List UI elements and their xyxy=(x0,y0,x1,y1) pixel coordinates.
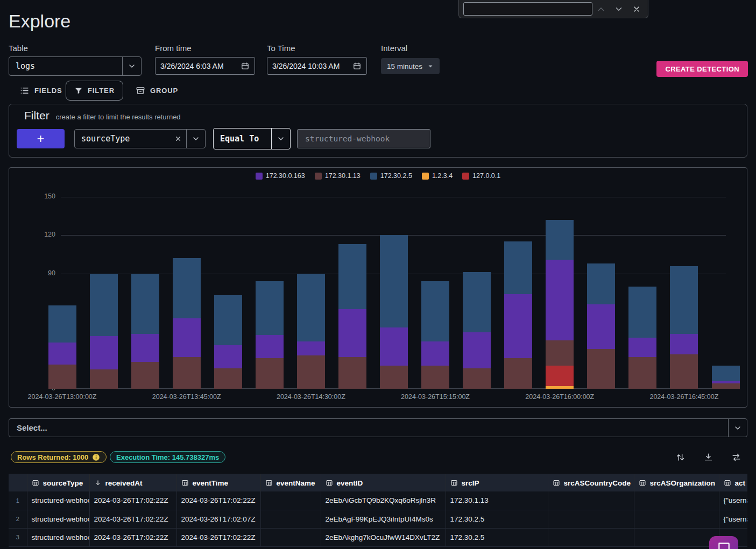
filter-panel-title: Filter xyxy=(24,109,50,122)
grid-icon xyxy=(265,479,273,487)
find-previous-button[interactable] xyxy=(594,2,608,16)
sort-button[interactable] xyxy=(670,450,690,465)
column-select[interactable]: Select... xyxy=(9,418,747,437)
column-select-placeholder: Select... xyxy=(9,423,47,432)
table-select-value: logs xyxy=(9,61,35,71)
filter-operator-select[interactable]: Equal To xyxy=(213,128,291,149)
column-select-controls xyxy=(728,419,747,437)
result-actions xyxy=(670,450,746,465)
column-header-srcascountrycode[interactable]: srcASCountryCode xyxy=(548,474,634,491)
table-row[interactable]: 2structured-webhook2024-03-26T17:02:22Z2… xyxy=(9,510,747,528)
add-filter-button[interactable]: + xyxy=(17,129,65,148)
filter-field-select[interactable]: sourceType xyxy=(74,129,206,148)
chat-widget-button[interactable] xyxy=(709,536,738,549)
from-time-input[interactable] xyxy=(160,62,241,70)
chevron-up-icon xyxy=(596,4,606,14)
group-button[interactable]: GROUP xyxy=(132,81,181,101)
filter-value-field xyxy=(297,129,430,148)
clear-filter-field-button[interactable] xyxy=(170,135,186,142)
bar-group xyxy=(249,197,290,389)
filter-value-input[interactable] xyxy=(304,134,423,144)
table-row[interactable]: 3structured-webhook2024-03-26T17:02:22Z2… xyxy=(9,528,747,546)
table-select[interactable]: logs xyxy=(9,56,142,76)
archive-icon xyxy=(136,86,145,96)
chevron-down-icon xyxy=(729,424,747,432)
column-header-eventtime[interactable]: eventTime xyxy=(176,474,260,491)
stacked-bar xyxy=(214,295,242,389)
bar-segment xyxy=(173,258,201,318)
refresh-button[interactable] xyxy=(726,450,746,465)
bar-segment xyxy=(131,274,159,334)
to-time-input[interactable] xyxy=(272,62,352,70)
stacked-bar xyxy=(504,241,532,389)
column-header-label: sourceType xyxy=(43,479,83,487)
table-row[interactable]: 1structured-webhook2024-03-26T17:02:22Z2… xyxy=(9,491,747,510)
table-cell: 172.30.2.5 xyxy=(446,528,548,546)
bar-group xyxy=(622,197,663,389)
create-detection-button[interactable]: CREATE DETECTION xyxy=(656,61,748,77)
stacked-bar xyxy=(628,287,656,389)
bar-segment xyxy=(131,362,159,389)
column-header-receivedat[interactable]: receivedAt xyxy=(89,474,176,491)
table-cell: 2024-03-26T17:02:07Z xyxy=(176,510,260,528)
column-header-srcip[interactable]: srcIP xyxy=(446,474,548,491)
fields-button[interactable]: FIELDS xyxy=(16,81,66,101)
legend-swatch xyxy=(462,173,469,180)
table-cell: structured-webhook xyxy=(27,510,89,528)
column-header-eventid[interactable]: eventID xyxy=(321,474,446,491)
find-input[interactable] xyxy=(463,2,592,16)
column-header-sourcetype[interactable]: sourceType xyxy=(27,474,89,491)
grid-icon xyxy=(553,479,560,487)
filter-button[interactable]: FILTER xyxy=(66,81,123,101)
table-body: 1structured-webhook2024-03-26T17:02:22Z2… xyxy=(9,491,747,546)
column-header-label: receivedAt xyxy=(105,479,143,487)
download-icon xyxy=(703,452,713,462)
bar-segment xyxy=(90,274,118,337)
download-button[interactable] xyxy=(698,450,718,465)
stacked-bar xyxy=(463,272,491,389)
chart-bars xyxy=(41,197,746,389)
bar-group xyxy=(290,197,331,389)
table-cell xyxy=(634,510,719,528)
from-time-field xyxy=(155,57,255,75)
chart-plot: 901201500 xyxy=(41,197,746,389)
table-cell: structured-webhook xyxy=(27,528,89,546)
bar-segment xyxy=(214,295,242,345)
grid-icon xyxy=(326,479,333,487)
calendar-icon[interactable] xyxy=(241,61,250,70)
bar-segment xyxy=(546,260,574,340)
filter-field-controls xyxy=(170,130,205,148)
rows-returned-text: Rows Returned: 1000 xyxy=(17,453,88,461)
stacked-bar xyxy=(587,263,615,389)
filter-button-label: FILTER xyxy=(88,87,115,95)
x-axis-label: 2024-03-26T16:45:00Z xyxy=(649,393,718,401)
interval-select[interactable]: 15 minutes xyxy=(381,58,440,74)
bar-segment xyxy=(670,334,698,354)
bar-segment xyxy=(463,368,491,389)
x-axis-label: 2024-03-26T15:15:00Z xyxy=(401,393,470,401)
calendar-icon[interactable] xyxy=(352,61,362,70)
stacked-bar xyxy=(131,274,159,389)
interval-value: 15 minutes xyxy=(387,62,422,70)
column-header-act[interactable]: act xyxy=(719,474,747,491)
column-header-label: eventTime xyxy=(193,479,229,487)
chevron-down-icon xyxy=(123,62,141,70)
bar-group xyxy=(166,197,207,389)
close-icon xyxy=(632,5,641,13)
bar-segment xyxy=(297,341,325,355)
find-next-button[interactable] xyxy=(612,2,626,16)
table-header-row: sourceTypereceivedAteventTimeeventNameev… xyxy=(9,474,747,491)
bar-group xyxy=(83,197,124,389)
bar-segment xyxy=(670,354,698,389)
column-header-label: srcASCountryCode xyxy=(564,479,631,487)
find-close-button[interactable] xyxy=(630,2,644,16)
bar-segment xyxy=(90,336,118,369)
bar-segment xyxy=(628,357,656,389)
column-header-srcasorganization[interactable]: srcASOrganization xyxy=(634,474,719,491)
column-header-eventname[interactable]: eventName xyxy=(260,474,321,491)
info-icon[interactable] xyxy=(92,453,100,461)
bar-group xyxy=(41,197,83,389)
x-axis-label: 2024-03-26T16:00:00Z xyxy=(525,393,594,401)
table-cell: 172.30.1.13 xyxy=(446,491,548,510)
column-header-index[interactable] xyxy=(9,474,27,491)
